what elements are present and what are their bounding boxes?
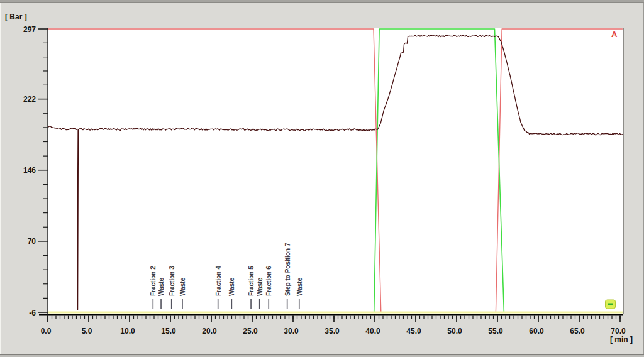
event-label: Fraction 5 <box>248 266 255 296</box>
event-label: Waste <box>228 277 235 296</box>
y-tick-label: 70 <box>28 237 36 246</box>
x-tick-label: 20.0 <box>202 327 217 336</box>
y-tick-label: -6 <box>29 309 36 317</box>
x-tick-label: 50.0 <box>447 327 462 336</box>
trace-marker-dash <box>608 304 613 306</box>
pressure-trace-chart: 29722214670-60.05.010.015.020.025.030.03… <box>0 0 644 357</box>
x-tick-label: 0.0 <box>41 327 52 336</box>
chromatogram-window: 29722214670-60.05.010.015.020.025.030.03… <box>0 0 644 357</box>
x-tick-label: 70.0 <box>611 327 626 336</box>
event-label: Fraction 4 <box>215 266 222 296</box>
y-tick-label: 146 <box>23 166 36 175</box>
y-tick-label: 297 <box>23 25 36 34</box>
channel-a-label: A <box>611 30 617 39</box>
x-axis-line <box>39 314 623 316</box>
event-label: Fraction 2 <box>150 266 157 296</box>
event-label: Waste <box>179 277 186 296</box>
x-tick-label: 55.0 <box>488 327 503 336</box>
event-label: Fraction 3 <box>169 266 175 296</box>
x-tick-label: 25.0 <box>243 327 258 336</box>
event-label: Fraction 6 <box>265 266 272 296</box>
y-tick-label: 222 <box>23 95 36 104</box>
event-label: Step to Position 7 <box>284 243 291 296</box>
event-label: Waste <box>257 277 264 296</box>
x-tick-label: 45.0 <box>406 327 421 336</box>
x-tick-label: 65.0 <box>570 327 585 336</box>
x-tick-label: 15.0 <box>161 327 176 336</box>
x-tick-label: 5.0 <box>82 327 92 336</box>
x-axis-unit-label: [ min ] <box>610 335 633 344</box>
event-label: Waste <box>158 277 165 296</box>
x-tick-label: 35.0 <box>325 327 340 336</box>
x-tick-label: 30.0 <box>284 327 299 336</box>
plot-area <box>48 28 623 314</box>
x-tick-label: 60.0 <box>529 327 544 336</box>
y-axis-line <box>47 28 48 322</box>
event-label: Waste <box>296 277 303 296</box>
x-tick-label: 10.0 <box>120 327 135 336</box>
x-tick-label: 40.0 <box>365 327 380 336</box>
y-axis-unit-label: [ Bar ] <box>5 13 27 21</box>
